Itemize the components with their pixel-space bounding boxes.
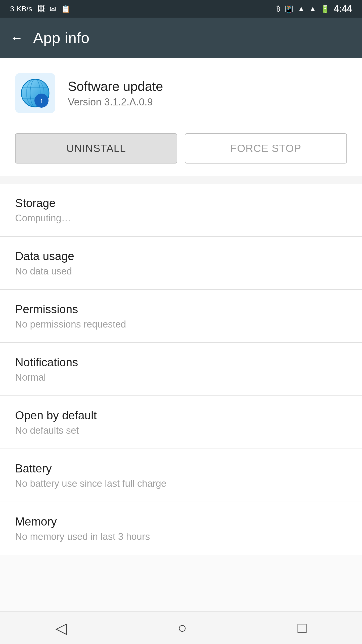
nav-home-button[interactable]: ○: [178, 619, 187, 636]
status-bar-left: 3 KB/s 🖼 ✉ 📋: [10, 5, 70, 13]
nav-bar: ◁ ○ □: [0, 611, 362, 644]
nav-back-button[interactable]: ◁: [55, 619, 67, 637]
storage-section[interactable]: Storage Computing…: [0, 184, 362, 236]
data-speed: 3 KB/s: [10, 5, 32, 13]
signal-icon: ▲: [309, 5, 316, 13]
memory-title: Memory: [15, 515, 347, 528]
battery-subtitle: No battery use since last full charge: [15, 478, 347, 489]
nav-recent-button[interactable]: □: [298, 619, 307, 636]
back-button[interactable]: ←: [10, 31, 23, 44]
bluetooth-icon: ₿: [277, 5, 280, 13]
notifications-subtitle: Normal: [15, 372, 347, 383]
mail-icon: ✉: [50, 5, 56, 13]
permissions-subtitle: No permissions requested: [15, 319, 347, 330]
action-buttons: UNINSTALL FORCE STOP: [0, 126, 362, 176]
page-title: App info: [33, 29, 89, 47]
permissions-section[interactable]: Permissions No permissions requested: [0, 290, 362, 342]
toolbar: ← App info: [0, 18, 362, 58]
gallery-icon: 🖼: [37, 5, 45, 13]
app-name-version: Software update Version 3.1.2.A.0.9: [68, 79, 163, 108]
main-content: ↑ Software update Version 3.1.2.A.0.9 UN…: [0, 58, 362, 611]
file-icon: 📋: [61, 5, 70, 13]
data-usage-title: Data usage: [15, 249, 347, 263]
wifi-icon: ▲: [298, 5, 305, 13]
notifications-title: Notifications: [15, 355, 347, 369]
status-bar: 3 KB/s 🖼 ✉ 📋 ₿ 📳 ▲ ▲ 🔋 4:44: [0, 0, 362, 18]
uninstall-button[interactable]: UNINSTALL: [15, 133, 177, 164]
force-stop-button[interactable]: FORCE STOP: [185, 133, 347, 164]
data-usage-section[interactable]: Data usage No data used: [0, 237, 362, 289]
status-time: 4:44: [334, 4, 352, 14]
app-icon: ↑: [15, 73, 55, 113]
storage-subtitle: Computing…: [15, 213, 347, 224]
storage-title: Storage: [15, 196, 347, 210]
battery-icon: 🔋: [321, 5, 330, 13]
memory-subtitle: No memory used in last 3 hours: [15, 531, 347, 542]
permissions-title: Permissions: [15, 302, 347, 316]
battery-section[interactable]: Battery No battery use since last full c…: [0, 449, 362, 502]
battery-title: Battery: [15, 462, 347, 475]
open-by-default-title: Open by default: [15, 409, 347, 422]
vibrate-icon: 📳: [284, 5, 294, 13]
notifications-section[interactable]: Notifications Normal: [0, 343, 362, 395]
memory-section[interactable]: Memory No memory used in last 3 hours: [0, 502, 362, 555]
spacer-1: [0, 176, 362, 184]
status-bar-right: ₿ 📳 ▲ ▲ 🔋 4:44: [277, 4, 352, 14]
app-version: Version 3.1.2.A.0.9: [68, 96, 163, 108]
app-header-section: ↑ Software update Version 3.1.2.A.0.9: [0, 58, 362, 126]
app-name: Software update: [68, 79, 163, 94]
svg-text:↑: ↑: [40, 97, 43, 104]
open-by-default-section[interactable]: Open by default No defaults set: [0, 396, 362, 449]
open-by-default-subtitle: No defaults set: [15, 425, 347, 436]
data-usage-subtitle: No data used: [15, 266, 347, 277]
